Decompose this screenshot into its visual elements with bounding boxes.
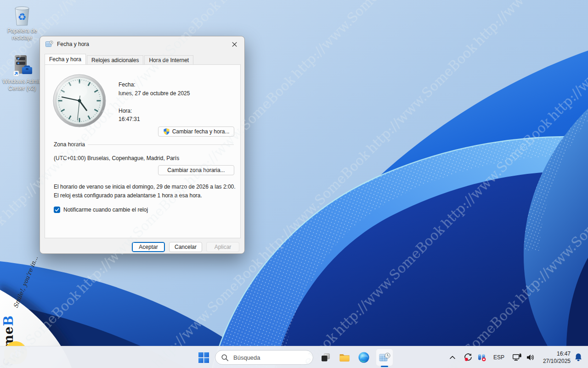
analog-clock [52, 73, 107, 128]
network-tray-button[interactable] [510, 349, 524, 366]
timezone-group-label: Zona horaria [54, 141, 85, 148]
ethernet-network-icon [512, 352, 522, 362]
close-button[interactable] [229, 40, 240, 49]
date-time-dialog: Fecha y hora Fecha y hora Relojes adicio… [40, 36, 245, 254]
date-time-app-icon [379, 351, 391, 364]
language-indicator[interactable]: ESP [491, 349, 507, 366]
start-button[interactable] [195, 349, 212, 366]
tab-hora-de-internet[interactable]: Hora de Internet [144, 55, 193, 64]
tab-fecha-y-hora[interactable]: Fecha y hora [45, 54, 86, 64]
tray-sync-pending-icon[interactable] [461, 349, 475, 366]
change-date-time-button[interactable]: Cambiar fecha y hora... [158, 126, 234, 137]
sync-arrow-icon [463, 352, 473, 362]
dialog-tabs: Fecha y hora Relojes adicionales Hora de… [45, 54, 194, 64]
volume-tray-button[interactable] [524, 349, 537, 366]
notification-bell-icon [573, 352, 583, 362]
taskbar-search[interactable] [215, 350, 313, 365]
speaker-icon [526, 352, 536, 362]
notify-checkbox[interactable] [54, 207, 60, 213]
desktop-icon-label: Windows Admin Center (v2) [2, 78, 42, 92]
file-explorer-icon [339, 351, 351, 363]
uac-shield-icon [163, 128, 170, 135]
server-status-icon [477, 352, 487, 362]
cancel-button[interactable]: Cancelar [169, 242, 202, 252]
tray-overflow-chevron[interactable] [446, 349, 459, 366]
checkmark-icon [54, 207, 60, 213]
windows-logo-icon [198, 352, 209, 363]
chevron-up-icon [448, 353, 457, 362]
tab-page-date-time: Fecha: lunes, 27 de octubre de 2025 Hora… [45, 64, 241, 238]
dialog-title: Fecha y hora [57, 41, 89, 47]
change-timezone-button[interactable]: Cambiar zona horaria... [158, 165, 234, 175]
taskbar-clock[interactable]: 16:47 27/10/2025 [539, 350, 571, 365]
date-label: Fecha: [119, 81, 136, 88]
desktop-icon-label: Papelera de reciclaje [2, 28, 42, 41]
date-value: lunes, 27 de octubre de 2025 [119, 90, 190, 97]
taskbar-date: 27/10/2025 [539, 357, 571, 365]
notify-checkbox-label: Notificarme cuando cambie el reloj [63, 207, 148, 213]
search-input[interactable] [232, 354, 301, 362]
timezone-group: Zona horaria [54, 141, 234, 148]
close-icon [232, 42, 237, 47]
svg-text:♻: ♻ [18, 12, 27, 23]
accept-button[interactable]: Aceptar [132, 242, 165, 252]
notify-clock-change-row: Notificarme cuando cambie el reloj [54, 207, 148, 213]
time-label: Hora: [119, 108, 132, 114]
group-divider [88, 144, 234, 145]
recycle-bin-icon: ♻ [11, 5, 33, 27]
task-view-button[interactable] [317, 349, 334, 366]
desktop: Smile!, you're in... SomeB eB ♻ Papelera… [0, 0, 588, 368]
desktop-icon-windows-admin-center[interactable]: Windows Admin Center (v2) [2, 54, 42, 92]
apply-button[interactable]: Aplicar [206, 242, 239, 252]
admin-center-icon [11, 54, 34, 77]
tray-server-app-icon[interactable] [475, 349, 489, 366]
search-icon [221, 354, 229, 362]
date-time-icon [45, 40, 53, 48]
edge-browser-button[interactable] [355, 349, 373, 366]
time-value: 16:47:31 [119, 116, 140, 122]
dst-notice: El horario de verano se inicia el doming… [54, 183, 239, 200]
desktop-icon-recycle-bin[interactable]: ♻ Papelera de reciclaje [2, 5, 42, 41]
file-explorer-button[interactable] [336, 349, 353, 366]
taskbar-time: 16:47 [539, 350, 571, 357]
change-timezone-label: Cambiar zona horaria... [167, 167, 225, 173]
task-view-icon [320, 352, 331, 363]
date-time-app-button[interactable] [376, 349, 393, 366]
notification-center-button[interactable] [571, 349, 585, 366]
tab-relojes-adicionales[interactable]: Relojes adicionales [87, 55, 143, 64]
dialog-titlebar[interactable]: Fecha y hora [40, 36, 244, 52]
taskbar: ESP 16:47 27/10/2025 [0, 346, 588, 368]
change-date-time-label: Cambiar fecha y hora... [172, 128, 230, 135]
edge-icon [358, 351, 370, 363]
timezone-value: (UTC+01:00) Bruselas, Copenhague, Madrid… [54, 155, 179, 161]
